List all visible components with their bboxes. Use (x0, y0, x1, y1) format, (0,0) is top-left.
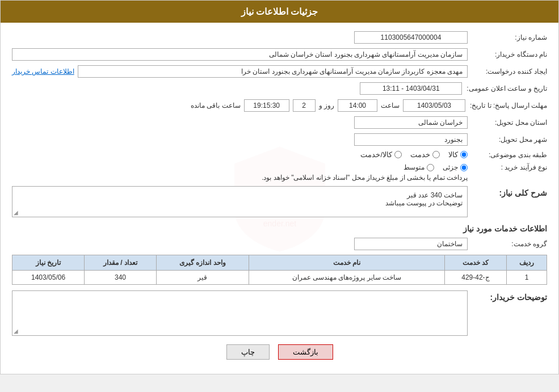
description-line2: توضیحات در پیوست میباشد (17, 199, 463, 207)
response-date-value: 1403/05/03 (403, 99, 465, 112)
table-cell-3: قیر (157, 271, 249, 285)
process-row: نوع فرآیند خرید : جزئی متوسط پرداخت تمام… (12, 163, 547, 182)
category-khedmat-label: خدمت (410, 150, 430, 159)
process-motavaset-radio[interactable] (427, 164, 434, 171)
process-content: جزئی متوسط پرداخت تمام یا بخشی از مبلغ خ… (12, 163, 468, 182)
process-radio-group: جزئی متوسط (12, 163, 468, 171)
buyer-comment-row: توضیحات خریدار: ◢ (12, 290, 547, 336)
description-box: ساخت 340 عدد قبر توضیحات در پیوست میباشد… (12, 186, 468, 217)
process-motavaset-label: متوسط (404, 163, 424, 171)
delivery-province-label: استان محل تحویل: (468, 119, 547, 127)
delivery-province-value: خراسان شمالی (354, 116, 468, 129)
announce-date-value: 1403/04/31 - 13:11 (360, 82, 462, 95)
response-days-label: روز و (319, 102, 334, 109)
service-group-label: گروه خدمت: (468, 240, 547, 248)
table-cell-0: 1 (507, 271, 547, 285)
need-number-row: شماره نیاز: 1103005647000004 (12, 31, 547, 44)
delivery-province-row: استان محل تحویل: خراسان شمالی (12, 116, 547, 129)
response-time-label: ساعت (381, 102, 400, 109)
table-header-row: ردیف (507, 255, 547, 271)
service-group-row: گروه خدمت: ساختمان (12, 238, 547, 250)
response-deadline-label: مهلت ارسال پاسخ: تا تاریخ: (465, 102, 547, 109)
table-header-code: کد خدمت (444, 255, 506, 271)
buyer-org-row: نام دستگاه خریدار: سازمان مدیریت آرامستا… (12, 48, 547, 61)
buyer-org-value: سازمان مدیریت آرامستانهای شهرداری بجنورد… (12, 48, 468, 61)
category-label: طبقه بندی موضوعی: (468, 151, 547, 159)
print-button[interactable]: چاپ (226, 344, 270, 360)
category-kala-khedmat[interactable]: کالا/خدمت (360, 150, 402, 159)
category-kala[interactable]: کالا (448, 150, 468, 159)
need-number-value: 1103005647000004 (354, 31, 468, 44)
creator-label: ایجاد کننده درخواست: (468, 68, 547, 75)
services-table: ردیف کد خدمت نام خدمت واحد اندازه گیری ت… (12, 255, 547, 285)
buyer-org-label: نام دستگاه خریدار: (468, 50, 547, 58)
announce-date-label: تاریخ و ساعت اعلان عمومی: (462, 85, 547, 92)
buttons-row: بازگشت چاپ (12, 344, 547, 360)
table-cell-1: ج-42-429 (444, 271, 506, 285)
announce-date-row: تاریخ و ساعت اعلان عمومی: 1403/04/31 - 1… (12, 82, 547, 95)
back-button[interactable]: بازگشت (278, 344, 333, 360)
table-row: 1ج-42-429ساخت سایر پروژه‌های مهندسی عمرا… (12, 271, 547, 285)
service-group-value: ساختمان (354, 238, 468, 250)
resize-icon-comment: ◢ (14, 328, 18, 334)
process-label: نوع فرآیند خرید : (468, 163, 547, 171)
table-header-qty: تعداد / مقدار (85, 255, 157, 271)
resize-icon: ◢ (14, 209, 18, 216)
delivery-city-value: بجنورد (354, 133, 468, 146)
category-khedmat-radio[interactable] (432, 151, 440, 158)
category-kala-khedmat-label: کالا/خدمت (360, 150, 392, 159)
category-kala-label: کالا (448, 150, 458, 159)
process-description: پرداخت تمام یا بخشی از مبلغ خریداز محل "… (12, 174, 468, 182)
category-row: طبقه بندی موضوعی: کالا خدمت کالا/خدمت (12, 150, 547, 159)
table-cell-5: 1403/05/06 (12, 271, 85, 285)
table-cell-4: 340 (85, 271, 157, 285)
header-title: جزئیات اطلاعات نیاز (241, 7, 318, 16)
response-remaining-label: ساعت باقی مانده (191, 102, 241, 109)
creator-value: مهدی معجزه کاربرداز سازمان مدیریت آرامست… (78, 65, 468, 78)
process-jozee-label: جزئی (443, 163, 458, 171)
response-remaining-value: 19:15:30 (244, 99, 289, 112)
response-days-value: 2 (293, 99, 316, 112)
process-jozee-radio[interactable] (460, 164, 468, 171)
category-khedmat[interactable]: خدمت (410, 150, 440, 159)
response-deadline-row: مهلت ارسال پاسخ: تا تاریخ: 1403/05/03 سا… (12, 99, 547, 112)
buyer-comment-box[interactable]: ◢ (12, 290, 468, 336)
category-radio-group: کالا خدمت کالا/خدمت (360, 150, 468, 159)
creator-contact-link[interactable]: اطلاعات تماس خریدار (12, 68, 74, 75)
description-label: شرح کلی نیاز: (468, 186, 547, 197)
services-section-title: اطلاعات خدمات مورد نیاز (12, 224, 547, 233)
process-jozee[interactable]: جزئی (443, 163, 468, 171)
page-header: جزئیات اطلاعات نیاز (1, 1, 558, 23)
response-time-value: 14:00 (338, 99, 377, 112)
description-line1: ساخت 340 عدد قبر (17, 191, 463, 199)
need-number-label: شماره نیاز: (468, 33, 547, 41)
creator-row: ایجاد کننده درخواست: مهدی معجزه کاربرداز… (12, 65, 547, 78)
table-header-date: تاریخ نیاز (12, 255, 85, 271)
table-header-unit: واحد اندازه گیری (157, 255, 249, 271)
buyer-comment-label: توضیحات خریدار: (468, 290, 547, 302)
table-cell-2: ساخت سایر پروژه‌های مهندسی عمران (249, 271, 444, 285)
category-kala-radio[interactable] (460, 151, 468, 158)
description-row: شرح کلی نیاز: ساخت 340 عدد قبر توضیحات د… (12, 186, 547, 217)
process-motavaset[interactable]: متوسط (404, 163, 434, 171)
delivery-city-label: شهر محل تحویل: (468, 136, 547, 144)
delivery-city-row: شهر محل تحویل: بجنورد (12, 133, 547, 146)
table-header-name: نام خدمت (249, 255, 444, 271)
category-kala-khedmat-radio[interactable] (394, 151, 402, 158)
